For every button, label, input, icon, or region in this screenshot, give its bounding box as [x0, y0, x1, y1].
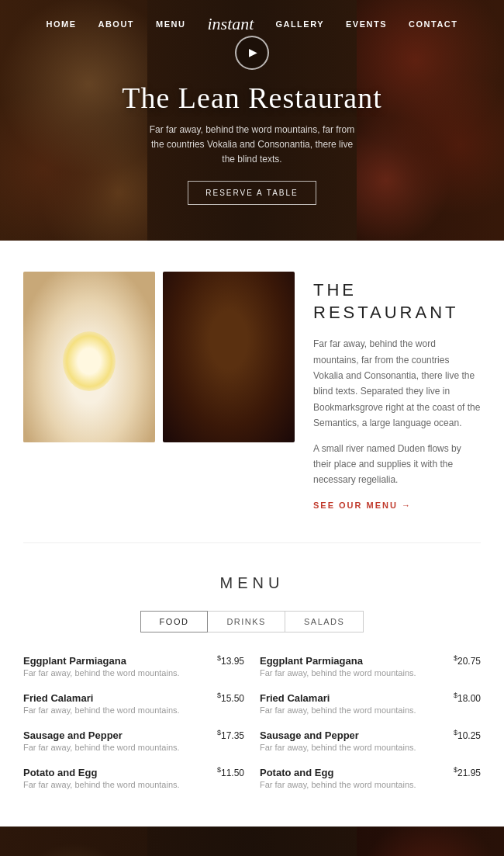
tab-food[interactable]: FOOD — [140, 611, 209, 632]
menu-item-name: Fried Calamari — [23, 692, 93, 704]
menu-item-desc: Far far away, behind the word mountains. — [23, 668, 244, 678]
restaurant-text: THE RESTAURANT Far far away, behind the … — [313, 272, 481, 511]
menu-tabs: FOOD DRINKS SALADS — [23, 611, 481, 632]
menu-item: Eggplant Parmiagana $20.75 Far far away,… — [260, 654, 481, 678]
bottom-hero-section: Delicious & Nutritious Far far away, beh… — [0, 827, 504, 856]
tab-salads[interactable]: SALADS — [285, 611, 364, 632]
menu-item-desc: Far far away, behind the word mountains. — [23, 743, 244, 752]
menu-item: Potato and Egg $21.95 Far far away, behi… — [260, 766, 481, 789]
restaurant-image-dark — [163, 272, 295, 442]
restaurant-para1: Far far away, behind the word mountains,… — [313, 336, 481, 431]
bottom-hero-overlay — [0, 827, 504, 856]
menu-item: Fried Calamari $15.50 Far far away, behi… — [23, 691, 244, 715]
nav-contact[interactable]: CONTACT — [409, 19, 457, 29]
menu-item-header: Potato and Egg $21.95 — [260, 766, 481, 778]
nav-events[interactable]: EVENTS — [346, 19, 387, 29]
menu-item-desc: Far far away, behind the word mountains. — [260, 743, 481, 752]
navigation: HOME ABOUT MENU instant GALLERY EVENTS C… — [0, 0, 504, 48]
menu-item-name: Potato and Egg — [23, 767, 97, 778]
menu-item-name: Sausage and Pepper — [23, 730, 123, 741]
restaurant-images — [23, 272, 295, 511]
menu-columns: Eggplant Parmiagana $13.95 Far far away,… — [23, 654, 481, 803]
see-menu-link[interactable]: SEE OUR MENU — [313, 501, 412, 510]
menu-item: Fried Calamari $18.00 Far far away, behi… — [260, 691, 481, 715]
menu-section: MENU FOOD DRINKS SALADS Eggplant Parmiag… — [0, 543, 504, 827]
menu-item-header: Eggplant Parmiagana $13.95 — [23, 654, 244, 667]
restaurant-image-light — [23, 272, 155, 442]
menu-item-price: $21.95 — [454, 766, 481, 778]
menu-item-name: Eggplant Parmiagana — [23, 655, 126, 667]
menu-item-desc: Far far away, behind the word mountains. — [260, 780, 481, 789]
menu-item-price: $18.00 — [454, 691, 481, 704]
croissant-image — [163, 272, 295, 442]
menu-item-header: Eggplant Parmiagana $20.75 — [260, 654, 481, 667]
nav-menu[interactable]: MENU — [156, 19, 185, 29]
menu-item-desc: Far far away, behind the word mountains. — [260, 705, 481, 715]
hero-section: HOME ABOUT MENU instant GALLERY EVENTS C… — [0, 0, 504, 241]
hero-content: The Lean Restaurant Far far away, behind… — [122, 36, 382, 206]
menu-item-price: $13.95 — [217, 654, 244, 667]
menu-item-name: Eggplant Parmiagana — [260, 655, 363, 667]
menu-right-column: Eggplant Parmiagana $20.75 Far far away,… — [260, 654, 481, 803]
menu-item-desc: Far far away, behind the word mountains. — [23, 705, 244, 715]
menu-item-name: Sausage and Pepper — [260, 730, 359, 741]
nav-brand[interactable]: instant — [207, 14, 254, 34]
menu-item-name: Potato and Egg — [260, 767, 333, 778]
menu-item: Eggplant Parmiagana $13.95 Far far away,… — [23, 654, 244, 678]
nav-gallery[interactable]: GALLERY — [275, 19, 324, 29]
menu-item-header: Fried Calamari $18.00 — [260, 691, 481, 704]
restaurant-para2: A small river named Duden flows by their… — [313, 441, 481, 488]
menu-item-header: Sausage and Pepper $10.25 — [260, 729, 481, 741]
hero-subtitle: Far far away, behind the word mountains,… — [147, 123, 357, 168]
menu-item-desc: Far far away, behind the word mountains. — [23, 780, 244, 789]
hero-title: The Lean Restaurant — [122, 81, 382, 115]
menu-item-price: $20.75 — [454, 654, 481, 667]
restaurant-section: THE RESTAURANT Far far away, behind the … — [0, 241, 504, 542]
menu-item-price: $17.35 — [217, 729, 244, 741]
menu-heading: MENU — [23, 574, 481, 592]
menu-item-name: Fried Calamari — [260, 692, 330, 704]
reserve-button[interactable]: RESERVE A TABLE — [188, 181, 316, 205]
nav-about[interactable]: ABOUT — [98, 19, 134, 29]
menu-item-price: $15.50 — [217, 691, 244, 704]
menu-left-column: Eggplant Parmiagana $13.95 Far far away,… — [23, 654, 244, 803]
tab-drinks[interactable]: DRINKS — [208, 611, 285, 632]
nav-home[interactable]: HOME — [46, 19, 76, 29]
menu-item-price: $11.50 — [217, 766, 244, 778]
menu-item: Sausage and Pepper $17.35 Far far away, … — [23, 729, 244, 752]
menu-item-desc: Far far away, behind the word mountains. — [260, 668, 481, 678]
menu-item-header: Fried Calamari $15.50 — [23, 691, 244, 704]
menu-item-price: $10.25 — [454, 729, 481, 741]
menu-item: Sausage and Pepper $10.25 Far far away, … — [260, 729, 481, 752]
menu-item: Potato and Egg $11.50 Far far away, behi… — [23, 766, 244, 789]
menu-item-header: Sausage and Pepper $17.35 — [23, 729, 244, 741]
plate-egg-image — [23, 272, 155, 442]
menu-item-header: Potato and Egg $11.50 — [23, 766, 244, 778]
restaurant-heading: THE RESTAURANT — [313, 279, 481, 324]
